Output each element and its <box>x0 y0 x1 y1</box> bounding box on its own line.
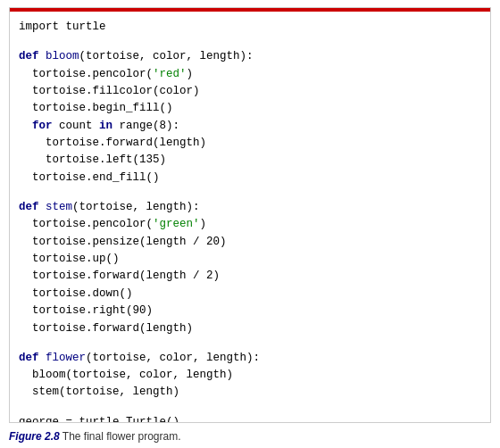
code-block: import turtle def bloom(tortoise, color,… <box>9 7 491 423</box>
function-name: flower <box>46 352 86 364</box>
code-line: tortoise.forward(length / 2) <box>19 268 481 285</box>
code-line: tortoise.begin_fill() <box>19 100 481 117</box>
figure-text: The final flower program. <box>60 430 181 443</box>
code-line: tortoise.left(135) <box>19 152 481 169</box>
function-name: stem <box>46 201 72 213</box>
code-line: george = turtle.Turtle() <box>19 414 481 424</box>
code-line: tortoise.forward(length) <box>19 135 481 152</box>
code-line: tortoise.pensize(length / 20) <box>19 234 481 251</box>
code-line <box>19 187 481 199</box>
code-line: tortoise.up() <box>19 251 481 268</box>
code-line: tortoise.right(90) <box>19 303 481 319</box>
code-line: tortoise.fillcolor(color) <box>19 83 481 100</box>
code-line: def stem(tortoise, length): <box>19 199 481 216</box>
code-line: tortoise.forward(length) <box>19 320 481 337</box>
code-line: def flower(tortoise, color, length): <box>19 350 481 367</box>
keyword: for <box>32 120 53 132</box>
code-line <box>19 402 481 414</box>
code-line <box>19 337 481 350</box>
code-line: tortoise.pencolor('green') <box>19 216 481 233</box>
code-line: tortoise.pencolor('red') <box>19 66 481 83</box>
code-line <box>19 36 481 48</box>
code-line: import turtle <box>19 19 481 36</box>
string-literal: 'red' <box>153 68 187 80</box>
code-content: import turtle def bloom(tortoise, color,… <box>10 12 490 423</box>
code-line: tortoise.end_fill() <box>19 170 481 187</box>
page-container: import turtle def bloom(tortoise, color,… <box>0 0 500 448</box>
keyword: def <box>19 201 46 213</box>
string-literal: 'green' <box>153 218 200 230</box>
figure-label: Figure 2.8 <box>9 430 60 443</box>
keyword: in <box>99 120 112 132</box>
function-name: bloom <box>46 50 79 62</box>
code-line: stem(tortoise, length) <box>19 384 481 401</box>
keyword: def <box>19 352 46 364</box>
code-line: tortoise.down() <box>19 286 481 303</box>
figure-caption: Figure 2.8 The final flower program. <box>0 427 500 448</box>
code-line: bloom(tortoise, color, length) <box>19 367 481 384</box>
keyword: def <box>19 50 46 62</box>
code-line: for count in range(8): <box>19 118 481 135</box>
code-line: def bloom(tortoise, color, length): <box>19 48 481 65</box>
